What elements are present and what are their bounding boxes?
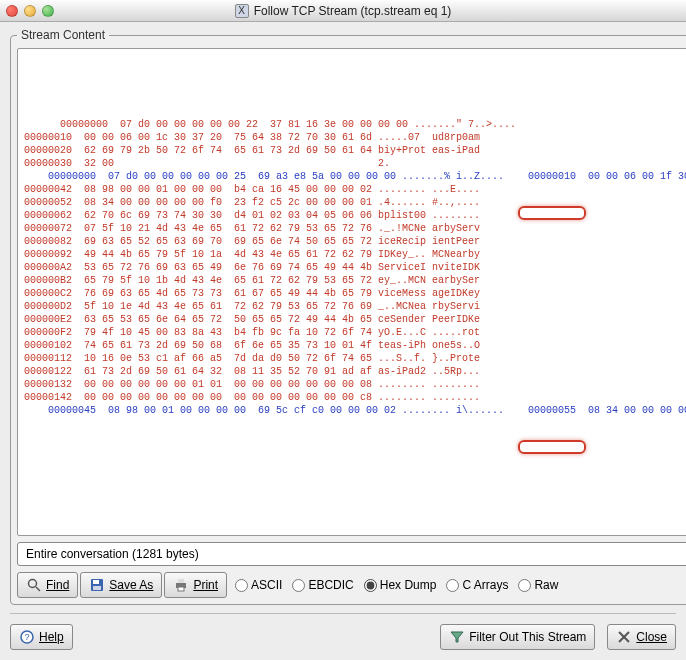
hex-line[interactable]: 00000055 08 34 00 00 00 00 00 00 73 e2 f… [504,404,686,417]
search-icon [26,577,42,593]
save-icon [89,577,105,593]
hex-line[interactable]: 00000122 61 73 2d 69 50 61 64 32 08 11 3… [24,366,480,377]
window-title: Follow TCP Stream (tcp.stream eq 1) [254,4,452,18]
print-button[interactable]: Print [164,572,227,598]
save-as-button[interactable]: Save As [80,572,162,598]
svg-rect-6 [178,579,184,583]
conversation-dropdown[interactable]: Entire conversation (1281 bytes) ▾ [17,542,686,566]
find-button-label: Find [46,578,69,592]
close-window-button[interactable] [6,5,18,17]
filter-out-button-label: Filter Out This Stream [469,630,586,644]
hex-line[interactable]: 00000010 00 00 06 00 1f 30 73 20 33 68 6… [504,170,686,183]
callout-box-4 [518,440,586,454]
close-button-label: Close [636,630,667,644]
hex-line[interactable]: 000000A2 53 65 72 76 69 63 65 49 6e 76 6… [24,262,480,273]
hex-line[interactable]: 00000010 00 00 06 00 1c 30 37 20 75 64 3… [24,132,480,143]
save-as-button-label: Save As [109,578,153,592]
help-button[interactable]: ? Help [10,624,73,650]
print-icon [173,577,189,593]
window-title-wrap: X Follow TCP Stream (tcp.stream eq 1) [0,4,686,18]
close-button[interactable]: Close [607,624,676,650]
hex-viewer-wrap: 00000000 07 d0 00 00 00 00 00 22 37 81 1… [17,48,686,536]
window-controls [6,5,54,17]
hex-line[interactable]: 00000042 08 98 00 00 01 00 00 00 b4 ca 1… [24,184,480,195]
svg-text:?: ? [24,632,29,642]
svg-line-1 [36,587,40,591]
radio-ascii[interactable]: ASCII [235,578,282,592]
hex-line[interactable]: 00000000 07 d0 00 00 00 00 00 22 37 81 1… [60,119,516,130]
hex-line[interactable]: 00000030 32 00 2. [24,158,390,169]
hex-line[interactable]: 00000000 07 d0 00 00 00 00 00 25 69 a3 e… [24,170,504,183]
hex-line[interactable]: 000000F2 79 4f 10 45 00 83 8a 43 b4 fb 9… [24,327,480,338]
filter-icon [449,629,465,645]
radio-ebcdic[interactable]: EBCDIC [292,578,353,592]
svg-point-0 [29,580,37,588]
hex-line[interactable]: 000000C2 76 69 63 65 4d 65 73 73 61 67 6… [24,288,480,299]
filter-out-button[interactable]: Filter Out This Stream [440,624,595,650]
hex-line[interactable]: 000000D2 5f 10 1e 4d 43 4e 65 61 72 62 7… [24,301,480,312]
find-button[interactable]: Find [17,572,78,598]
hex-line[interactable]: 000000B2 65 79 5f 10 1b 4d 43 4e 65 61 7… [24,275,480,286]
stream-content-fieldset: Stream Content 00000000 07 d0 00 00 00 0… [10,28,686,605]
radio-raw[interactable]: Raw [518,578,558,592]
hex-line[interactable]: 00000082 69 63 65 52 65 63 69 70 69 65 6… [24,236,480,247]
footer-bar: ? Help Filter Out This Stream Close [10,624,676,650]
help-icon: ? [19,629,35,645]
title-bar: X Follow TCP Stream (tcp.stream eq 1) [0,0,686,22]
toolbar: Find Save As Print ASCII EBCDIC Hex Dump… [17,572,686,598]
radio-carrays[interactable]: C Arrays [446,578,508,592]
svg-rect-3 [93,580,99,584]
hex-line[interactable]: 00000052 08 34 00 00 00 00 00 f0 23 f2 c… [24,197,480,208]
hex-line[interactable]: 00000072 07 5f 10 21 4d 43 4e 65 61 72 6… [24,223,480,234]
hex-viewer[interactable]: 00000000 07 d0 00 00 00 00 00 22 37 81 1… [18,49,686,535]
hex-line[interactable]: 00000132 00 00 00 00 00 00 01 01 00 00 0… [24,379,480,390]
svg-rect-4 [93,586,101,590]
app-icon: X [235,4,249,18]
radio-hexdump[interactable]: Hex Dump [364,578,437,592]
conversation-dropdown-label: Entire conversation (1281 bytes) [26,547,199,561]
hex-line[interactable]: 00000020 62 69 79 2b 50 72 6f 74 65 61 7… [24,145,480,156]
close-icon [616,629,632,645]
hex-line[interactable]: 00000112 10 16 0e 53 c1 af 66 a5 7d da d… [24,353,480,364]
callout-box-3 [518,206,586,220]
separator [10,613,676,614]
format-radio-group: ASCII EBCDIC Hex Dump C Arrays Raw [235,578,558,592]
svg-rect-7 [178,587,184,591]
minimize-window-button[interactable] [24,5,36,17]
hex-line[interactable]: 00000092 49 44 4b 65 79 5f 10 1a 4d 43 4… [24,249,480,260]
svg-marker-10 [451,632,463,642]
hex-line[interactable]: 000000E2 63 65 53 65 6e 64 65 72 50 65 6… [24,314,480,325]
hex-line[interactable]: 00000062 62 70 6c 69 73 74 30 30 d4 01 0… [24,210,480,221]
help-button-label: Help [39,630,64,644]
hex-line[interactable]: 00000142 00 00 00 00 00 00 00 00 00 00 0… [24,392,480,403]
zoom-window-button[interactable] [42,5,54,17]
hex-line[interactable]: 00000102 74 65 61 73 2d 69 50 68 6f 6e 6… [24,340,480,351]
stream-content-legend: Stream Content [17,28,109,42]
print-button-label: Print [193,578,218,592]
hex-line[interactable]: 00000045 08 98 00 01 00 00 00 00 69 5c c… [24,404,504,417]
window-content: Stream Content 00000000 07 d0 00 00 00 0… [0,22,686,660]
